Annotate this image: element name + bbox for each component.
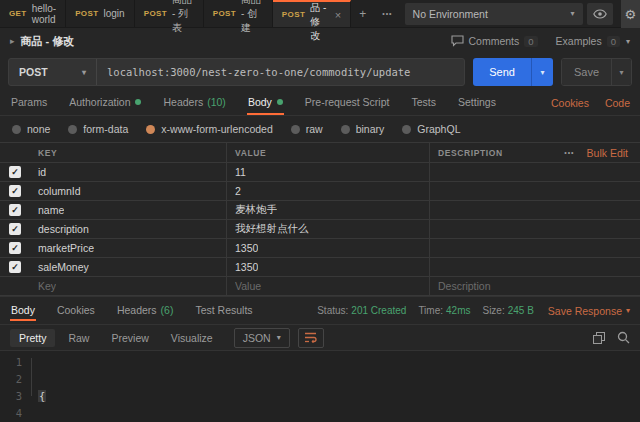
- request-tab-hello-world[interactable]: GET hello-world: [0, 0, 66, 27]
- row-checkbox[interactable]: ✓: [9, 261, 21, 273]
- response-meta: Status: 201 Created Time: 42ms Size: 245…: [305, 300, 630, 321]
- wrap-lines-button[interactable]: [298, 328, 324, 348]
- chevron-down-icon: ▾: [626, 37, 630, 46]
- mode-none[interactable]: none: [12, 123, 50, 135]
- save-options-button[interactable]: ▾: [611, 59, 631, 85]
- examples-label: Examples: [556, 35, 602, 47]
- row-checkbox[interactable]: ✓: [9, 204, 21, 216]
- table-placeholder-row: Key Value Description: [0, 277, 640, 296]
- response-tab-headers[interactable]: Headers (6): [116, 300, 175, 321]
- tab-label: hello-world: [32, 3, 56, 25]
- row-value[interactable]: 11: [235, 166, 246, 178]
- tab-authorization[interactable]: Authorization: [68, 90, 142, 115]
- row-key[interactable]: name: [38, 204, 64, 216]
- copy-response-button[interactable]: [593, 332, 605, 344]
- examples-button[interactable]: Examples 0 ▾: [556, 35, 630, 47]
- postman-window: GET hello-world POST login POST 商品 - 列表 …: [0, 0, 640, 422]
- row-key[interactable]: id: [38, 166, 46, 178]
- code-link[interactable]: Code: [605, 97, 630, 109]
- response-tab-body[interactable]: Body: [10, 300, 36, 321]
- response-tab-cookies[interactable]: Cookies: [56, 300, 96, 321]
- request-tab-commodity-list[interactable]: POST 商品 - 列表: [135, 0, 204, 27]
- response-format-select[interactable]: JSON ▾: [234, 328, 290, 348]
- save-button[interactable]: Save: [562, 59, 611, 85]
- mode-graphql[interactable]: GraphQL: [402, 123, 460, 135]
- search-response-button[interactable]: [617, 331, 630, 344]
- tab-body[interactable]: Body: [247, 90, 284, 115]
- description-placeholder-input[interactable]: Description: [438, 280, 491, 292]
- mode-form-data[interactable]: form-data: [68, 123, 128, 135]
- row-value[interactable]: 1350: [235, 242, 258, 254]
- tab-label: 商品 - 列表: [172, 0, 194, 35]
- tab-label: Authorization: [69, 96, 130, 108]
- row-key[interactable]: description: [38, 223, 89, 235]
- environment-quick-look-button[interactable]: [587, 3, 613, 25]
- send-options-button[interactable]: ▾: [531, 58, 553, 86]
- view-tab-pretty[interactable]: Pretty: [10, 329, 55, 347]
- send-button[interactable]: Send: [473, 58, 531, 86]
- row-checkbox[interactable]: ✓: [9, 166, 21, 178]
- view-tab-raw[interactable]: Raw: [59, 329, 98, 347]
- url-input[interactable]: localhost:3000/nest-zero-to-one/commodit…: [97, 59, 464, 85]
- radio-icon: [12, 125, 21, 134]
- key-placeholder-input[interactable]: Key: [38, 280, 56, 292]
- radio-icon: [402, 125, 411, 134]
- mode-binary[interactable]: binary: [341, 123, 385, 135]
- request-tab-commodity-update[interactable]: POST 商品 - 修改 ×: [273, 0, 351, 27]
- response-body-editor[interactable]: 1 2 3 4 { "code": 200, "msg": "Success" …: [0, 351, 640, 422]
- row-checkbox[interactable]: ✓: [9, 223, 21, 235]
- row-value[interactable]: 我好想射点什么: [235, 222, 309, 236]
- tab-headers[interactable]: Headers (10): [162, 90, 226, 115]
- method-badge: POST: [75, 9, 98, 18]
- table-more-icon[interactable]: •••: [564, 149, 574, 156]
- chevron-down-icon: ▾: [82, 68, 86, 77]
- request-tab-commodity-create[interactable]: POST 商品 - 创建: [204, 0, 273, 27]
- comments-button[interactable]: Comments 0: [451, 35, 538, 47]
- line-number: 3: [0, 388, 22, 405]
- row-value[interactable]: 麦林炮手: [235, 203, 277, 217]
- headers-count: (10): [207, 96, 226, 108]
- radio-icon: [341, 125, 350, 134]
- row-key[interactable]: columnId: [38, 185, 81, 197]
- tab-options-icon[interactable]: •••: [374, 0, 400, 27]
- radio-icon: [68, 125, 77, 134]
- response-view-toolbar: Pretty Raw Preview Visualize JSON ▾: [0, 324, 640, 351]
- bulk-edit-link[interactable]: Bulk Edit: [587, 147, 628, 159]
- disclosure-arrow-icon[interactable]: ▸: [10, 36, 15, 46]
- tab-tests[interactable]: Tests: [410, 90, 437, 115]
- row-value[interactable]: 2: [235, 185, 241, 197]
- url-bar: POST ▾ localhost:3000/nest-zero-to-one/c…: [0, 54, 640, 90]
- mode-raw[interactable]: raw: [291, 123, 323, 135]
- mode-x-www-form-urlencoded[interactable]: x-www-form-urlencoded: [146, 123, 272, 135]
- settings-gear-button[interactable]: ⚙: [621, 0, 640, 28]
- row-value[interactable]: 1350: [235, 261, 258, 273]
- value-placeholder-input[interactable]: Value: [235, 280, 261, 292]
- tab-settings[interactable]: Settings: [457, 90, 497, 115]
- wrap-lines-icon: [304, 332, 317, 343]
- tab-label: Headers: [117, 304, 157, 316]
- row-key[interactable]: saleMoney: [38, 261, 89, 273]
- view-tab-visualize[interactable]: Visualize: [162, 329, 222, 347]
- save-response-button[interactable]: Save Response ▾: [548, 305, 630, 317]
- view-tab-preview[interactable]: Preview: [102, 329, 157, 347]
- tab-label: Headers: [163, 96, 203, 108]
- row-key[interactable]: marketPrice: [38, 242, 94, 254]
- response-json: { "code": 200, "msg": "Success" }: [38, 354, 640, 422]
- environment-selector[interactable]: No Environment ▾: [405, 3, 583, 25]
- chevron-down-icon: ▾: [277, 333, 281, 342]
- close-icon[interactable]: ×: [335, 9, 341, 21]
- method-select[interactable]: POST ▾: [9, 59, 97, 85]
- cookies-link[interactable]: Cookies: [551, 97, 589, 109]
- response-tab-test-results[interactable]: Test Results: [194, 300, 253, 321]
- status-value: 201 Created: [351, 305, 406, 316]
- tab-pre-request-script[interactable]: Pre-request Script: [304, 90, 391, 115]
- fold-gutter[interactable]: [26, 354, 38, 422]
- row-checkbox[interactable]: ✓: [9, 185, 21, 197]
- request-tab-login[interactable]: POST login: [66, 0, 135, 27]
- mode-label: x-www-form-urlencoded: [161, 123, 272, 135]
- tab-label: 商品 - 创建: [241, 0, 263, 35]
- radio-selected-icon: [146, 125, 155, 134]
- tab-params[interactable]: Params: [10, 90, 48, 115]
- new-tab-button[interactable]: +: [351, 0, 374, 27]
- row-checkbox[interactable]: ✓: [9, 242, 21, 254]
